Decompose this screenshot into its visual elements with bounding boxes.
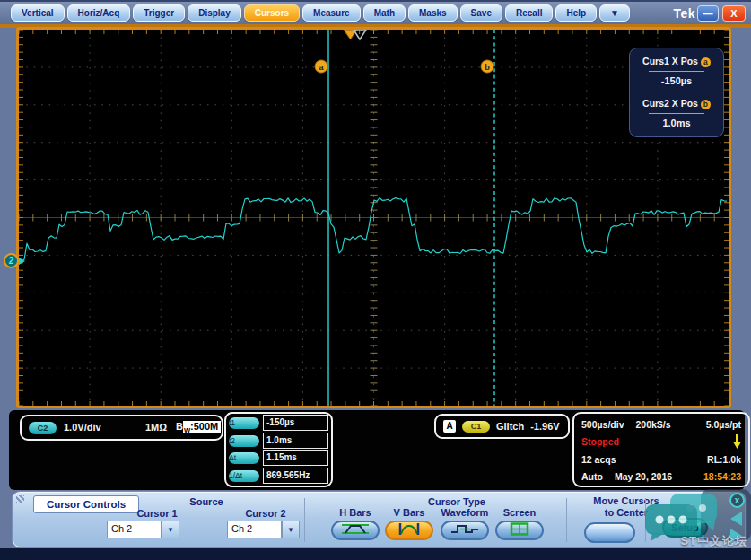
menu-tab-cursors[interactable]: Cursors	[244, 4, 300, 22]
cursor-controls-panel: Cursor Controls Source Cursor 1 Ch 2 ▼ C…	[13, 492, 746, 547]
curs1-value: -150µs	[630, 75, 723, 86]
menu-tabs: VerticalHoriz/AcqTriggerDisplayCursorsMe…	[11, 4, 630, 22]
acquisition-readout: 500µs/div200kS/s 5.0µs/pt Stopped 12 acq…	[572, 412, 750, 487]
bandwidth-readout: BW:500M	[176, 421, 221, 434]
h-bars-icon	[339, 522, 371, 539]
menu-tab-help[interactable]: Help	[555, 4, 597, 22]
menu-tab-math[interactable]: Math	[363, 4, 406, 22]
divider	[566, 498, 567, 542]
minimize-button[interactable]: —	[697, 5, 719, 22]
cursor1-dropdown-arrow-icon[interactable]: ▼	[162, 521, 179, 538]
channel-2-arrow-icon	[19, 258, 25, 265]
waveform-button[interactable]	[441, 521, 489, 540]
date: May 20, 2016	[615, 471, 672, 482]
sample-rate: 200kS/s	[636, 419, 671, 430]
waveform-display: ab Curs1 X Posa -150µs Curs2 X Posb 1.0m…	[16, 27, 731, 408]
menu-tab-recall[interactable]: Recall	[505, 4, 553, 22]
cursor-b-handle-label: b	[485, 63, 490, 72]
waveform-icon	[449, 522, 481, 539]
channel-2-pill: C2	[29, 422, 57, 434]
menu-tab-display[interactable]: Display	[188, 4, 241, 22]
h-bars-button[interactable]	[331, 521, 380, 540]
tek-logo: Tek	[673, 6, 695, 21]
cursor-type-section-label: Cursor Type	[403, 496, 511, 507]
readout-pill: 1/Δt	[229, 470, 259, 482]
cursor-time-row-0: t1-150µs	[229, 415, 328, 433]
curs1-label: Curs1 X Posa	[630, 56, 723, 67]
cursor-b-badge: b	[701, 100, 711, 109]
cursor2-dropdown-arrow-icon[interactable]: ▼	[282, 521, 300, 538]
channel-readout: C2 1.0V/div 1MΩ BW:500M	[20, 415, 223, 441]
readout-bar: C2 1.0V/div 1MΩ BW:500M t1-150µst21.0msΔ…	[9, 410, 745, 490]
cursor2-source-field[interactable]: Ch 2	[227, 521, 282, 538]
menu-tab-vertical[interactable]: Vertical	[11, 4, 65, 22]
v-bars-button[interactable]	[385, 521, 433, 540]
trigger-system-badge: A	[443, 420, 456, 433]
resolution: 5.0µs/pt	[706, 419, 741, 430]
cursor1-source-field[interactable]: Ch 2	[107, 521, 162, 538]
timebase: 500µs/div	[581, 419, 624, 430]
trigger-level: -1.96V	[530, 421, 559, 432]
move-cursors-label-line1: Move Cursors	[572, 495, 680, 506]
menu-tab-measure[interactable]: Measure	[302, 4, 361, 22]
move-cursors-to-center-button[interactable]	[584, 522, 635, 543]
close-button[interactable]: X	[722, 5, 746, 22]
readout-pill: Δt	[229, 452, 259, 464]
readout-pill: t1	[229, 417, 259, 429]
menu-tab-trigger[interactable]: Trigger	[133, 4, 185, 22]
readout-value: 869.565Hz	[263, 468, 328, 484]
screen-icon	[503, 522, 536, 539]
divider	[649, 71, 704, 72]
readout-value: 1.15ms	[263, 450, 328, 466]
cursor2-label: Cursor 2	[212, 508, 319, 519]
readout-value: 1.0ms	[263, 433, 328, 449]
channel-2-ground-marker[interactable]: 2	[4, 253, 19, 268]
cursor-time-row-2: Δt1.15ms	[229, 450, 328, 468]
menu-tab-masks[interactable]: Masks	[408, 4, 458, 22]
trigger-source-pill: C1	[462, 421, 490, 433]
cursor-type-label: Screen	[487, 507, 552, 520]
source-section-label: Source	[166, 496, 247, 507]
input-impedance: 1MΩ	[145, 422, 167, 433]
record-length: RL:1.0k	[707, 454, 741, 465]
graticule-canvas: ab	[19, 30, 729, 406]
v-bars-icon	[393, 522, 425, 539]
divider	[649, 113, 704, 114]
curs2-label: Curs2 X Posb	[630, 98, 723, 109]
temperature-icon	[733, 434, 741, 450]
cursor-position-overlay: Curs1 X Posa -150µs Curs2 X Posb 1.0ms	[629, 48, 724, 137]
screen-button[interactable]	[495, 521, 544, 540]
menu-bar: VerticalHoriz/AcqTriggerDisplayCursorsMe…	[0, 0, 751, 24]
move-cursors-label-line2: to Center	[572, 507, 680, 518]
vertical-scale: 1.0V/div	[64, 422, 101, 433]
channel-2-waveform	[19, 198, 727, 261]
cursor1-label: Cursor 1	[103, 508, 211, 519]
cursor1-source-dropdown: Ch 2 ▼	[107, 521, 179, 538]
readout-pill: t2	[229, 435, 259, 447]
menu-tab-more-dropdown[interactable]: ▼	[599, 4, 630, 22]
readout-value: -150µs	[263, 415, 328, 431]
cursor-time-readout: t1-150µst21.0msΔt1.15ms1/Δt869.565Hz	[224, 412, 333, 487]
cursor-time-row-3: 1/Δt869.565Hz	[229, 468, 328, 486]
acq-count: 12 acqs	[581, 454, 616, 465]
setup-button[interactable]: Setup	[662, 518, 708, 538]
divider	[645, 498, 646, 542]
menu-tab-save[interactable]: Save	[460, 4, 502, 22]
oscilloscope-window: VerticalHoriz/AcqTriggerDisplayCursorsMe…	[0, 0, 751, 560]
trigger-type: Glitch	[496, 421, 524, 432]
menu-tab-horiz-acq[interactable]: Horiz/Acq	[67, 4, 131, 22]
acquisition-state: Stopped	[581, 436, 619, 447]
divider	[304, 498, 305, 542]
panel-grip[interactable]	[16, 495, 24, 503]
trigger-readout: A C1 Glitch -1.96V	[434, 414, 570, 439]
curs2-value: 1.0ms	[630, 118, 723, 128]
cursor-type-screen: Screen	[487, 507, 552, 540]
trigger-mode: Auto	[581, 471, 603, 482]
cursor2-source-dropdown: Ch 2 ▼	[227, 521, 300, 538]
cursor-a-badge: a	[701, 57, 711, 67]
clock: 18:54:23	[703, 471, 741, 482]
bottom-strip	[0, 548, 751, 560]
cursor-time-row-1: t21.0ms	[229, 433, 328, 451]
